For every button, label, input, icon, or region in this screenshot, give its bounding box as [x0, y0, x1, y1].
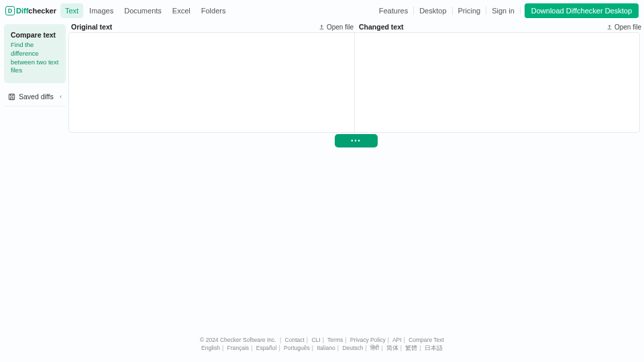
lang-japanese[interactable]: 日本語 [425, 345, 443, 351]
open-file-changed[interactable]: Open file [606, 23, 641, 31]
sidebar-panel-desc: Find the difference between two text fil… [11, 41, 59, 75]
lang-english[interactable]: English [201, 345, 220, 351]
changed-pane [354, 33, 640, 132]
pane-headers: Original text Open file Changed text Ope… [68, 21, 644, 32]
footer-api[interactable]: API [392, 337, 402, 343]
lang-francais[interactable]: Français [227, 345, 250, 351]
footer-copyright: © 2024 Checker Software Inc. [200, 337, 276, 343]
open-file-original[interactable]: Open file [319, 23, 354, 31]
footer-contact[interactable]: Contact [285, 337, 305, 343]
nav-excel[interactable]: Excel [168, 3, 195, 18]
lang-espanol[interactable]: Español [256, 345, 277, 351]
sidebar-saved-diffs[interactable]: Saved diffs ‹ [4, 87, 66, 107]
nav-folders[interactable]: Folders [197, 3, 231, 18]
nav-primary: Text Images Documents Excel Folders [60, 3, 231, 18]
original-header: Original text Open file [68, 21, 356, 32]
footer-links-row: © 2024 Checker Software Inc. | Contact| … [0, 337, 644, 343]
chevron-left-icon: ‹ [60, 93, 62, 100]
upload-icon [319, 24, 325, 30]
footer-terms[interactable]: Terms [327, 337, 343, 343]
original-pane [69, 33, 354, 132]
lang-italiano[interactable]: Italiano [317, 345, 335, 351]
lang-traditional-chinese[interactable]: 繁體 [405, 345, 417, 351]
topbar: D Diffchecker Text Images Documents Exce… [0, 0, 644, 21]
footer-compare-text[interactable]: Compare Text [409, 337, 444, 343]
nav-documents[interactable]: Documents [119, 3, 166, 18]
find-difference-button[interactable]: ••• [335, 134, 378, 147]
save-icon [8, 93, 15, 101]
download-desktop-button[interactable]: Download Diffchecker Desktop [525, 3, 639, 18]
editor-panes [68, 32, 640, 133]
nav-pricing[interactable]: Pricing [453, 7, 487, 15]
footer-cli[interactable]: CLI [311, 337, 320, 343]
nav-desktop[interactable]: Desktop [414, 7, 452, 15]
footer-privacy[interactable]: Privacy Policy [350, 337, 386, 343]
sidebar-panel-title: Compare text [11, 31, 59, 39]
lang-portugues[interactable]: Português [284, 345, 310, 351]
original-label: Original text [71, 23, 112, 31]
svg-rect-0 [9, 94, 14, 99]
footer: © 2024 Checker Software Inc. | Contact| … [0, 335, 644, 353]
open-file-original-label: Open file [327, 23, 354, 31]
sidebar-saved-label: Saved diffs [19, 93, 54, 101]
original-textarea[interactable] [69, 33, 354, 132]
nav-features[interactable]: Features [374, 7, 414, 15]
upload-icon [606, 24, 612, 30]
logo-text-checker: checker [28, 7, 56, 15]
changed-label: Changed text [359, 23, 404, 31]
nav-text[interactable]: Text [60, 3, 83, 18]
logo-text-diff: Diff [16, 7, 28, 15]
editor-area: Original text Open file Changed text Ope… [68, 21, 644, 335]
lang-deutsch[interactable]: Deutsch [342, 345, 363, 351]
lang-hindi[interactable]: हिंदी [370, 345, 379, 351]
open-file-changed-label: Open file [614, 23, 641, 31]
nav-signin[interactable]: Sign in [486, 7, 521, 15]
changed-textarea[interactable] [355, 33, 640, 132]
changed-header: Changed text Open file [356, 21, 644, 32]
action-row: ••• [68, 134, 644, 147]
nav-secondary: Features Desktop Pricing Sign in Downloa… [374, 3, 639, 18]
sidebar: Compare text Find the difference between… [0, 21, 68, 335]
nav-images[interactable]: Images [85, 3, 118, 18]
logo[interactable]: D Diffchecker [5, 6, 56, 15]
sidebar-panel-compare[interactable]: Compare text Find the difference between… [4, 24, 66, 83]
footer-langs-row: English| Français| Español| Português| I… [0, 345, 644, 353]
main: Compare text Find the difference between… [0, 21, 644, 335]
logo-badge-icon: D [5, 6, 15, 15]
lang-simplified-chinese[interactable]: 简体 [386, 345, 398, 351]
